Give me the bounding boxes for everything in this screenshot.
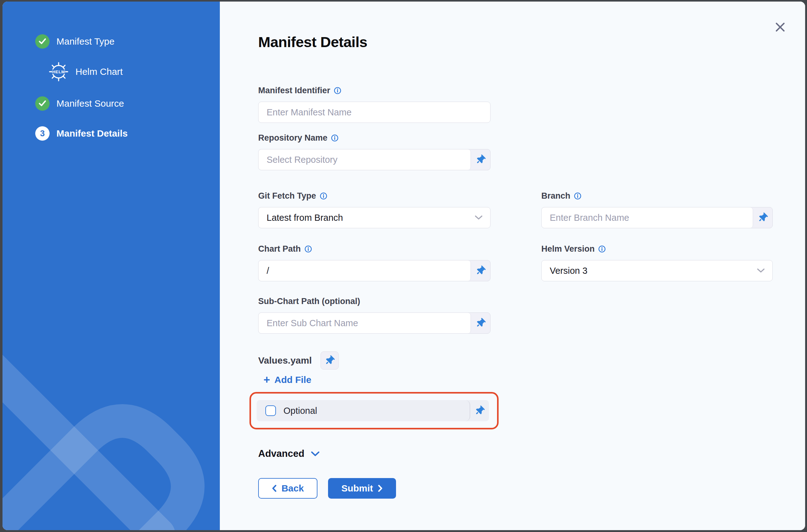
pin-icon	[474, 264, 487, 277]
optional-label: Optional	[284, 406, 317, 416]
pin-icon	[474, 153, 487, 166]
helm-version-label: Helm Version	[541, 244, 595, 254]
chevron-down-icon	[475, 215, 483, 220]
info-icon[interactable]	[331, 134, 339, 142]
chevron-down-icon	[757, 268, 765, 273]
pin-icon	[756, 211, 769, 224]
optional-checkbox[interactable]	[265, 405, 276, 416]
info-icon[interactable]	[304, 245, 312, 253]
chart-path-input[interactable]	[258, 260, 471, 281]
close-button[interactable]	[774, 21, 786, 33]
submit-button[interactable]: Submit	[328, 478, 396, 499]
step-label: Manifest Type	[56, 36, 114, 47]
optional-field: Optional	[257, 400, 470, 421]
pin-icon	[323, 354, 336, 367]
submit-label: Submit	[342, 483, 373, 494]
sidebar-step-manifest-source[interactable]: Manifest Source	[35, 96, 124, 111]
manifest-identifier-input[interactable]	[258, 102, 491, 123]
advanced-label: Advanced	[258, 448, 304, 459]
branch-input[interactable]	[542, 207, 753, 228]
advanced-toggle[interactable]: Advanced	[258, 448, 320, 459]
chevron-right-icon	[378, 484, 383, 492]
sub-chart-path-label: Sub-Chart Path (optional)	[258, 297, 360, 306]
chevron-left-icon	[272, 484, 276, 492]
branch-label: Branch	[541, 191, 570, 201]
add-file-button[interactable]: + Add File	[264, 375, 311, 385]
pin-icon	[473, 404, 486, 417]
repository-name-input[interactable]	[258, 149, 471, 170]
info-icon[interactable]	[334, 87, 342, 94]
close-icon	[775, 22, 786, 33]
sidebar-step-manifest-details[interactable]: 3 Manifest Details	[35, 126, 128, 141]
manifest-identifier-label: Manifest Identifier	[258, 86, 330, 95]
git-fetch-type-label: Git Fetch Type	[258, 191, 316, 201]
chevron-down-icon	[311, 451, 320, 457]
helm-icon: HELM	[49, 62, 69, 82]
chart-path-label: Chart Path	[258, 244, 301, 254]
values-yaml-label: Values.yaml	[258, 355, 312, 366]
info-icon[interactable]	[320, 192, 327, 200]
info-icon[interactable]	[574, 192, 581, 200]
sub-chart-path-input[interactable]	[258, 313, 471, 334]
helm-version-value: Version 3	[550, 266, 588, 276]
wizard-sidebar: Manifest Type	[2, 2, 220, 530]
runtime-input-pin-button[interactable]	[471, 260, 490, 281]
check-icon	[35, 96, 50, 111]
step-number-badge: 3	[35, 126, 50, 141]
git-fetch-type-value: Latest from Branch	[267, 213, 343, 223]
annotation-highlight: Optional	[249, 392, 499, 430]
harness-logo-watermark	[2, 306, 220, 530]
add-file-label: Add File	[274, 375, 311, 385]
runtime-input-pin-button[interactable]	[470, 400, 489, 421]
values-file-optional-row: Optional	[257, 400, 489, 421]
check-icon	[35, 34, 50, 49]
helm-version-select[interactable]: Version 3	[541, 260, 773, 281]
pin-icon	[474, 317, 487, 329]
sidebar-step-manifest-type[interactable]: Manifest Type	[35, 34, 114, 49]
manifest-details-panel: Manifest Details Manifest Identifier Rep…	[220, 2, 805, 530]
back-label: Back	[282, 483, 304, 494]
svg-text:HELM: HELM	[52, 70, 65, 74]
repository-name-label: Repository Name	[258, 133, 327, 143]
step-label: Helm Chart	[75, 66, 123, 77]
values-yaml-pin-button[interactable]	[321, 352, 339, 369]
plus-icon: +	[264, 375, 270, 384]
runtime-input-pin-button[interactable]	[753, 207, 772, 228]
git-fetch-type-select[interactable]: Latest from Branch	[258, 207, 491, 228]
step-label: Manifest Source	[56, 98, 124, 109]
page-title: Manifest Details	[258, 33, 367, 51]
back-button[interactable]: Back	[258, 478, 318, 499]
sidebar-step-helm-chart[interactable]: HELM Helm Chart	[49, 62, 123, 82]
runtime-input-pin-button[interactable]	[471, 149, 490, 170]
runtime-input-pin-button[interactable]	[471, 313, 490, 334]
step-label: Manifest Details	[56, 128, 128, 139]
info-icon[interactable]	[598, 245, 606, 253]
manifest-wizard-modal: Manifest Type	[2, 2, 805, 530]
